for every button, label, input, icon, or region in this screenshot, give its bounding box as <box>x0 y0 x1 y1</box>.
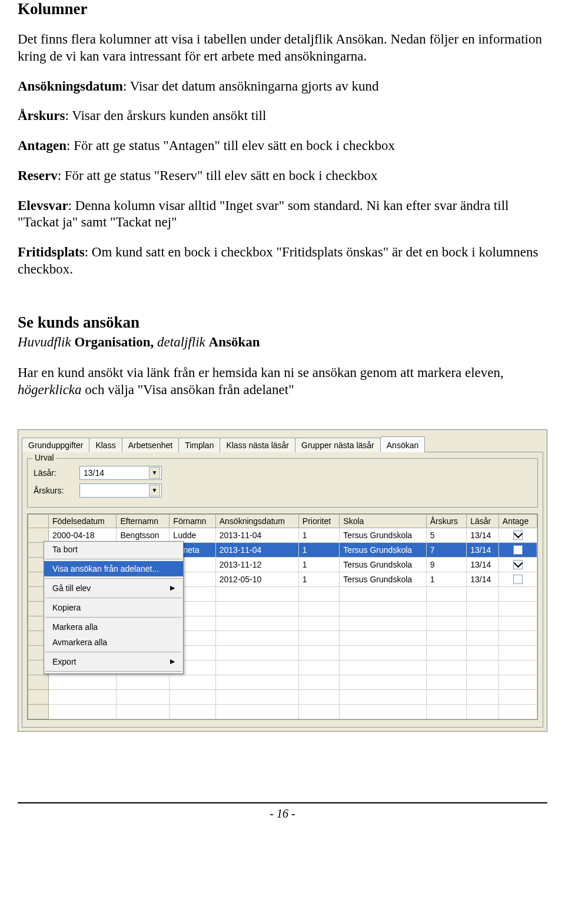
cell-antagen[interactable] <box>498 557 537 572</box>
tab-arbetsenhet[interactable]: Arbetsenhet <box>122 438 180 452</box>
ctx-kopiera[interactable]: Kopiera <box>44 600 183 615</box>
cell[interactable]: 2000-04-18 <box>49 528 117 542</box>
cell[interactable]: 1 <box>298 572 340 586</box>
cell[interactable]: Tersus Grundskola <box>340 542 426 557</box>
cell[interactable]: 1 <box>298 528 340 542</box>
antagen-checkbox[interactable] <box>513 575 523 584</box>
cell[interactable]: 1 <box>426 572 467 586</box>
cell[interactable]: 13/14 <box>467 557 499 572</box>
antagen-checkbox[interactable] <box>513 531 523 540</box>
tab-grunduppgifter[interactable]: Grunduppgifter <box>22 438 89 452</box>
cell[interactable]: 13/14 <box>467 542 499 557</box>
tab-klass[interactable]: Klass <box>89 438 122 452</box>
table-row-empty <box>28 689 537 704</box>
intro-paragraph: Det finns flera kolumner att visa i tabe… <box>18 31 547 65</box>
table-row-empty <box>28 675 537 689</box>
term-elevsvar: Elevsvar <box>18 198 68 213</box>
chevron-down-icon: ▼ <box>149 485 160 496</box>
cell[interactable]: 2013-11-04 <box>215 542 298 557</box>
para-ansokningsdatum: Ansökningsdatum: Visar det datum ansökni… <box>18 78 547 95</box>
ctx-gå-till-elev[interactable]: Gå till elev▶ <box>44 581 183 596</box>
chevron-right-icon: ▶ <box>170 584 175 592</box>
col-antage[interactable]: Antage <box>498 514 537 528</box>
arskurs-label: Årskurs: <box>34 486 79 495</box>
para-instructions: Har en kund ansökt via länk från er hems… <box>18 365 547 399</box>
ctx-label: Visa ansökan från adelanet... <box>52 564 159 573</box>
cell[interactable]: 2013-11-04 <box>215 528 298 542</box>
cell[interactable]: 7 <box>426 542 467 557</box>
subheading-path: Huvudflik Organisation, detaljflik Ansök… <box>18 334 547 351</box>
lasar-value: 13/14 <box>84 468 104 478</box>
col-ansökningsdatum[interactable]: Ansökningsdatum <box>215 514 298 528</box>
tab-timplan[interactable]: Timplan <box>178 438 220 452</box>
cell[interactable]: 1 <box>298 557 340 572</box>
cell-antagen[interactable] <box>498 572 537 586</box>
antagen-checkbox[interactable] <box>513 560 523 569</box>
heading-sekunds: Se kunds ansökan <box>18 313 547 332</box>
cell[interactable]: Tersus Grundskola <box>340 572 426 586</box>
para-fritidsplats: Fritidsplats: Om kund satt en bock i che… <box>18 244 547 278</box>
cell[interactable]: 13/14 <box>467 528 499 542</box>
para-reserv: Reserv: För att ge status "Reserv" till … <box>18 168 547 185</box>
txt-antagen: : För att ge status "Antagen" till elev … <box>67 138 395 153</box>
col-prioritet[interactable]: Prioritet <box>298 514 340 528</box>
sub-ital2: detaljflik <box>154 335 208 349</box>
chevron-right-icon: ▶ <box>170 658 175 665</box>
footer-rule <box>18 802 547 803</box>
instr-b: högerklicka <box>18 382 82 397</box>
ctx-avmarkera-alla[interactable]: Avmarkera alla <box>44 635 183 650</box>
col-årskurs[interactable]: Årskurs <box>426 514 467 528</box>
tab-grupper-nästa-läsår[interactable]: Grupper nästa läsår <box>295 438 381 452</box>
ctx-export[interactable]: Export▶ <box>44 654 183 669</box>
txt-ansokningsdatum: : Visar det datum ansökningarna gjorts a… <box>123 79 378 94</box>
ctx-ta-bort[interactable]: Ta bort <box>44 542 183 557</box>
row-header[interactable] <box>28 528 49 542</box>
cell[interactable]: 2012-05-10 <box>215 572 298 586</box>
tab-strip: GrunduppgifterKlassArbetsenhetTimplanKla… <box>18 430 547 452</box>
cell[interactable]: 1 <box>298 542 340 557</box>
cell[interactable]: 13/14 <box>467 572 499 586</box>
tab-klass-nästa-läsår[interactable]: Klass nästa läsår <box>220 438 295 452</box>
chevron-down-icon: ▼ <box>149 467 160 479</box>
cell[interactable]: 5 <box>426 528 467 542</box>
term-reserv: Reserv <box>18 168 58 183</box>
tab-ansökan[interactable]: Ansökan <box>380 436 425 452</box>
col-läsår[interactable]: Läsår <box>467 514 499 528</box>
table-row[interactable]: 2000-04-18BengtssonLudde2013-11-041Tersu… <box>28 528 537 542</box>
col-födelsedatum[interactable]: Födelsedatum <box>49 514 117 528</box>
term-ansokningsdatum: Ansökningsdatum <box>18 79 123 94</box>
cell[interactable]: 9 <box>426 557 467 572</box>
urval-legend: Urval <box>32 453 56 462</box>
col-efternamn[interactable]: Efternamn <box>117 514 170 528</box>
ctx-label: Kopiera <box>52 603 81 612</box>
col-förnamn[interactable]: Förnamn <box>170 514 215 528</box>
para-elevsvar: Elevsvar: Denna kolumn visar alltid "Ing… <box>18 198 547 232</box>
ctx-separator <box>45 617 182 618</box>
cell[interactable]: Ludde <box>170 528 215 542</box>
cell[interactable]: Tersus Grundskola <box>340 528 426 542</box>
heading-kolumner: Kolumner <box>18 0 547 18</box>
cell-antagen[interactable] <box>498 542 537 557</box>
cell-antagen[interactable] <box>498 528 537 542</box>
instr-a: Har en kund ansökt via länk från er hems… <box>18 365 504 380</box>
ctx-label: Export <box>52 657 76 666</box>
term-antagen: Antagen <box>18 138 67 153</box>
ctx-visa-ansökan-från-adelanet[interactable]: Visa ansökan från adelanet... <box>44 561 183 576</box>
lasar-label: Läsår: <box>34 468 79 478</box>
antagen-checkbox[interactable] <box>513 545 523 555</box>
cell[interactable]: Tersus Grundskola <box>340 557 426 572</box>
ctx-markera-alla[interactable]: Markera alla <box>44 619 183 635</box>
cell[interactable]: 2013-11-12 <box>215 557 298 572</box>
context-menu[interactable]: Ta bortVisa ansökan från adelanet...Gå t… <box>44 541 184 674</box>
txt-arskurs: : Visar den årskurs kunden ansökt till <box>65 108 267 123</box>
sub-bold1: Organisation, <box>74 335 154 349</box>
sub-ital1: Huvudflik <box>18 335 74 349</box>
ctx-label: Markera alla <box>52 622 98 632</box>
ctx-separator <box>45 578 182 579</box>
txt-fritidsplats: : Om kund satt en bock i checkbox "Friti… <box>18 245 538 276</box>
ctx-label: Ta bort <box>52 545 78 554</box>
col-skola[interactable]: Skola <box>340 514 426 528</box>
arskurs-select[interactable]: ▼ <box>79 483 162 498</box>
cell[interactable]: Bengtsson <box>117 528 170 542</box>
lasar-select[interactable]: 13/14 ▼ <box>79 466 162 480</box>
